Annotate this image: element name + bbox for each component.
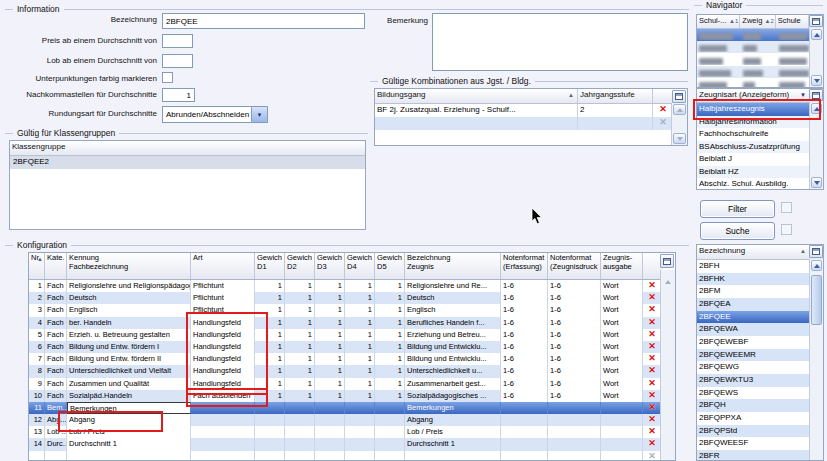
- zeugnisart-item[interactable]: Beiblatt J: [697, 153, 811, 166]
- scroll-down-button[interactable]: [811, 177, 822, 188]
- cell-kennung[interactable]: Englisch: [67, 304, 191, 316]
- cell-d5[interactable]: 1: [375, 292, 405, 304]
- cell-kennung[interactable]: ber. Handeln: [67, 317, 191, 329]
- school-row-redacted[interactable]: [697, 53, 811, 65]
- cell-nr[interactable]: 4: [29, 317, 45, 329]
- cell-nr[interactable]: 10: [29, 390, 45, 402]
- table-row[interactable]: 6FachBildung und Entw. fördern IHandlung…: [29, 341, 663, 353]
- cell-bez[interactable]: Berufliches Handeln f...: [405, 317, 501, 329]
- column-header-nr[interactable]: Nr.▲: [29, 253, 45, 279]
- column-header-d1[interactable]: GewichtD1: [255, 253, 285, 279]
- cell-kennung[interactable]: Sozialpäd.Handeln: [67, 390, 191, 402]
- cell-art[interactable]: [191, 426, 255, 438]
- cell-kennung[interactable]: Deutsch: [67, 292, 191, 304]
- cell-kate[interactable]: Bem...: [45, 402, 67, 414]
- cell-d1[interactable]: 1: [255, 304, 285, 316]
- table-row[interactable]: 13Lob ...Lob / PreisLob / Preis✕: [29, 426, 663, 438]
- table-row[interactable]: 4Fachber. HandelnHandlungsfeld11111Beruf…: [29, 317, 663, 329]
- scroll-up-button[interactable]: [811, 29, 822, 40]
- table-row[interactable]: ✕: [29, 451, 663, 461]
- cell-noterf[interactable]: 1-6: [501, 329, 548, 341]
- cell-nr[interactable]: 5: [29, 329, 45, 341]
- cell-notzdr[interactable]: 1-6: [548, 341, 601, 353]
- cell-zausg[interactable]: Wort: [601, 378, 643, 390]
- cell-notzdr[interactable]: 1-6: [548, 390, 601, 402]
- cell-kennung[interactable]: Bildung und Entw. fördern II: [67, 353, 191, 365]
- cell-zausg[interactable]: Wort: [601, 341, 643, 353]
- cell-kate[interactable]: Fach: [45, 390, 67, 402]
- column-header-klassengruppe[interactable]: Klassengruppe: [10, 141, 365, 155]
- cell-zausg[interactable]: [601, 414, 643, 426]
- cell-d1[interactable]: [255, 402, 285, 414]
- cell-d3[interactable]: [315, 438, 345, 450]
- cell-d3[interactable]: 1: [315, 329, 345, 341]
- table-row[interactable]: 3FachEnglischPflichtunt11111Englisch1-61…: [29, 304, 663, 316]
- cell-kate[interactable]: Fach: [45, 341, 67, 353]
- cell-art[interactable]: Fach ausblenden: [191, 390, 255, 402]
- rundungsart-dropdown[interactable]: Abrunden/Abschneiden ▼: [162, 106, 268, 123]
- cell-d4[interactable]: [345, 426, 375, 438]
- cell-noterf[interactable]: [501, 426, 548, 438]
- cell-d4[interactable]: 1: [345, 390, 375, 402]
- cell-d3[interactable]: [315, 414, 345, 426]
- cell-noterf[interactable]: 1-6: [501, 341, 548, 353]
- cell-d2[interactable]: [285, 426, 315, 438]
- zeugnisart-item[interactable]: BSAbschluss-Zusatzprüfung: [697, 141, 811, 154]
- filter-checkbox[interactable]: [781, 202, 792, 213]
- cell-jahrgangsstufe[interactable]: 2: [578, 104, 653, 117]
- cell-kate[interactable]: Lob ...: [45, 426, 67, 438]
- cell-art[interactable]: Handlungsfeld: [191, 353, 255, 365]
- cell-nr[interactable]: 7: [29, 353, 45, 365]
- cell-kennung[interactable]: Abgang: [67, 414, 191, 426]
- cell-noterf[interactable]: 1-6: [501, 292, 548, 304]
- cell-noterf[interactable]: 1-6: [501, 390, 548, 402]
- cell-d1[interactable]: 1: [255, 317, 285, 329]
- cell-d4[interactable]: 1: [345, 329, 375, 341]
- cell-zausg[interactable]: [601, 451, 643, 461]
- cell-zausg[interactable]: Wort: [601, 280, 643, 292]
- cell-nr[interactable]: 6: [29, 341, 45, 353]
- cell-zausg[interactable]: Wort: [601, 390, 643, 402]
- cell-d3[interactable]: 1: [315, 378, 345, 390]
- table-row[interactable]: 1FachReligionslehre und Religionspädagog…: [29, 280, 663, 292]
- cell-zausg[interactable]: [601, 426, 643, 438]
- field-chooser-button[interactable]: [809, 245, 823, 258]
- klassengruppe-row[interactable]: 2BFQEE2: [10, 156, 365, 169]
- bezeichnung-item[interactable]: 2BFQEWG: [697, 361, 811, 374]
- cell-d4[interactable]: 1: [345, 378, 375, 390]
- bezeichnung-item[interactable]: 2BFQPPXA: [697, 412, 811, 425]
- cell-d2[interactable]: 1: [285, 341, 315, 353]
- cell-d5[interactable]: 1: [375, 280, 405, 292]
- lob-input[interactable]: [162, 54, 193, 68]
- column-header-bezeichnung[interactable]: Bezeichnung ▲: [697, 245, 809, 259]
- column-header-bildungsgang[interactable]: Bildungsgang ▲: [375, 89, 578, 103]
- delete-row-icon[interactable]: ✕: [648, 426, 656, 436]
- bezeichnung-item[interactable]: 2BFQEWEBF: [697, 336, 811, 349]
- bemerkung-textarea[interactable]: [432, 13, 688, 71]
- cell-d5[interactable]: [375, 414, 405, 426]
- cell-d4[interactable]: 1: [345, 353, 375, 365]
- column-header-schule[interactable]: Schule: [776, 15, 809, 28]
- suche-button[interactable]: Suche: [700, 222, 775, 240]
- cell-kennung[interactable]: Lob / Preis: [67, 426, 191, 438]
- cell-zausg[interactable]: Wort: [601, 365, 643, 377]
- cell-zausg[interactable]: Wort: [601, 329, 643, 341]
- bezeichnung-item[interactable]: 2BFQEWKTU3: [697, 374, 811, 387]
- cell-d3[interactable]: [315, 402, 345, 414]
- cell-bildungsgang[interactable]: BF 2j. Zusatzqual. Erziehung - Schulf...: [375, 104, 578, 117]
- cell-art[interactable]: Handlungsfeld: [191, 341, 255, 353]
- zeugnisart-item[interactable]: Beiblatt HZ: [697, 166, 811, 179]
- cell-notzdr[interactable]: 1-6: [548, 329, 601, 341]
- scroll-down-button[interactable]: [811, 75, 822, 86]
- column-header-d3[interactable]: GewichtD3: [315, 253, 345, 279]
- cell-nr[interactable]: 9: [29, 378, 45, 390]
- nachkommastellen-input[interactable]: [162, 88, 195, 102]
- cell-d4[interactable]: 1: [345, 317, 375, 329]
- delete-row-icon[interactable]: ✕: [648, 329, 656, 339]
- column-header-notzdr[interactable]: Notenformat(Zeugnisdruck): [548, 253, 601, 279]
- zeugnisart-item[interactable]: Abschlz. Schul. Ausbildg.: [697, 178, 811, 190]
- cell-art[interactable]: Pflichtunt: [191, 280, 255, 292]
- bezeichnung-item[interactable]: 2BFQEWS: [697, 387, 811, 400]
- cell-noterf[interactable]: 1-6: [501, 378, 548, 390]
- cell-kate[interactable]: Fach: [45, 292, 67, 304]
